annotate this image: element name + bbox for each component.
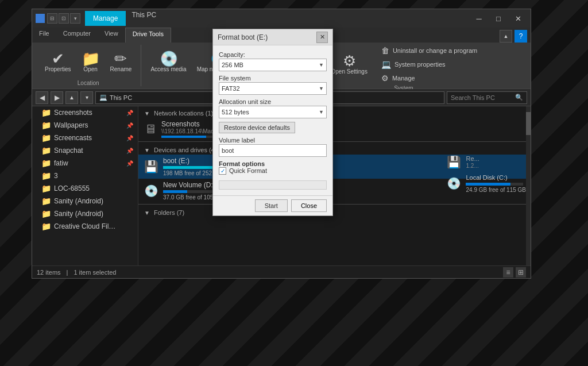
quick-format-checkbox[interactable]: ✓ <box>219 167 226 175</box>
drive-d-icon: 💿 <box>144 184 158 198</box>
view-icon-1[interactable]: ≡ <box>503 267 513 278</box>
dialog-title-bar: Format boot (E:) ✕ <box>213 29 332 45</box>
settings-icon: ⚙ <box>343 53 356 68</box>
format-options-label: Format options <box>219 160 327 167</box>
drive-boot-bar-fill <box>163 166 217 169</box>
quick-format-row: ✓ Quick Format <box>219 167 327 175</box>
allocation-label: Allocation unit size <box>219 98 327 105</box>
capacity-select[interactable]: 256 MB ▼ <box>219 59 327 71</box>
close-dialog-button[interactable]: Close <box>291 199 327 212</box>
sidebar-item-sanity2[interactable]: 📁 Sanity (Android) <box>32 207 138 220</box>
ribbon-collapse-btn[interactable]: ▲ <box>500 30 512 43</box>
window-controls: ─ □ ✕ <box>470 9 527 28</box>
tab-view[interactable]: View <box>98 28 125 43</box>
sidebar-item-wallpapers[interactable]: 📁 Wallpapers 📌 <box>32 119 138 132</box>
sidebar-item-fatiw[interactable]: 📁 fatiw 📌 <box>32 157 138 169</box>
folder-icon: 📁 <box>41 146 51 155</box>
quick-format-label: Quick Format <box>229 167 267 174</box>
sidebar-item-snapchat[interactable]: 📁 Snapchat 📌 <box>32 144 138 157</box>
ribbon-manage[interactable]: ⚙ Manage <box>379 72 479 84</box>
dropdown-arrow: ▼ <box>319 86 324 91</box>
title-bar: ⊟ ⊡ ▾ Manage This PC ─ □ ✕ <box>32 9 531 28</box>
pin-icon: 📌 <box>126 110 133 116</box>
ribbon-item-access-media[interactable]: 💿 Access media <box>147 50 189 74</box>
uninstall-icon: 🗑 <box>381 46 389 55</box>
address-pc-icon: 💻 <box>99 94 107 101</box>
properties-icon: ✔ <box>52 51 64 66</box>
title-bar-left: ⊟ ⊡ ▾ <box>36 13 80 24</box>
tab-file[interactable]: File <box>32 28 56 43</box>
access-media-icon: 💿 <box>160 51 178 66</box>
tab-computer[interactable]: Computer <box>56 28 98 43</box>
start-button[interactable]: Start <box>255 199 288 212</box>
dialog-title: Format boot (E:) <box>218 33 316 41</box>
folders-section-header[interactable]: ▼ Folders (7) <box>138 206 531 217</box>
restore-defaults-button[interactable]: Restore device defaults <box>219 122 295 133</box>
ribbon-item-properties[interactable]: ✔ Properties <box>41 50 75 74</box>
sidebar-item-screencasts[interactable]: 📁 Screencasts 📌 <box>32 132 138 144</box>
ribbon-item-open[interactable]: 📁 Open <box>78 50 103 74</box>
scroll-thumb[interactable] <box>526 112 531 135</box>
window-title: This PC <box>131 11 156 26</box>
folder-icon: 📁 <box>41 133 51 142</box>
view-icon-2[interactable]: ⊞ <box>516 267 526 278</box>
pin-icon: 📌 <box>126 122 133 129</box>
system-props-icon: 💻 <box>381 60 391 69</box>
format-options-section: Format options ✓ Quick Format <box>219 160 327 175</box>
help-btn[interactable]: ? <box>514 30 527 43</box>
ribbon-system-props[interactable]: 💻 System properties <box>379 59 479 70</box>
ribbon-uninstall[interactable]: 🗑 Uninstall or change a program <box>379 45 479 56</box>
network-bar-fill <box>161 136 206 138</box>
removable-icon: 💾 <box>447 155 461 169</box>
close-button[interactable]: ✕ <box>509 9 527 28</box>
quick-btn-2[interactable]: ⊡ <box>59 13 69 24</box>
folder-icon: 📁 <box>41 159 51 168</box>
separator: | <box>67 269 68 276</box>
filesystem-select[interactable]: FAT32 ▼ <box>219 82 327 95</box>
network-drive-icon: 🖥 <box>144 122 157 137</box>
allocation-section: Allocation unit size 512 bytes ▼ <box>219 98 327 118</box>
sidebar-item-creativecloud[interactable]: 📁 Creative Cloud Fil… <box>32 220 138 233</box>
maximize-button[interactable]: □ <box>489 9 508 28</box>
dialog-footer: Start Close <box>213 195 332 215</box>
quick-btn-1[interactable]: ⊟ <box>47 13 57 24</box>
capacity-section: Capacity: 256 MB ▼ <box>219 51 327 71</box>
local-c-info: Local Disk (C:) 24.9 GB free of 115 GB <box>466 174 526 193</box>
rename-icon: ✏ <box>114 51 127 66</box>
removable-info: Re... 1.2... <box>466 155 479 169</box>
tab-drive-tools[interactable]: Drive Tools <box>125 28 171 43</box>
volume-section: Volume label <box>219 137 327 157</box>
sidebar-item-screenshots[interactable]: 📁 Screenshots 📌 <box>32 106 138 119</box>
dialog-close-button[interactable]: ✕ <box>316 32 328 43</box>
minimize-button[interactable]: ─ <box>470 9 488 28</box>
back-button[interactable]: ◀ <box>36 91 48 104</box>
quick-btn-3[interactable]: ▾ <box>70 13 80 24</box>
right-drive-removable[interactable]: 💾 Re... 1.2... <box>447 152 526 171</box>
window-icon <box>36 14 45 23</box>
sd-icon: 💾 <box>144 160 158 174</box>
local-c-name: Local Disk (C:) <box>466 174 507 181</box>
recent-button[interactable]: ▾ <box>80 91 93 104</box>
allocation-select[interactable]: 512 bytes ▼ <box>219 106 327 118</box>
search-bar[interactable]: Search This PC 🔍 <box>447 91 527 104</box>
scrollbar[interactable] <box>526 106 531 265</box>
sidebar-item-sanity1[interactable]: 📁 Sanity (Android) <box>32 195 138 207</box>
status-icons: ≡ ⊞ <box>503 267 526 278</box>
pin-icon: 📌 <box>126 148 133 154</box>
manage-tab[interactable]: Manage <box>85 11 126 26</box>
ribbon-item-rename[interactable]: ✏ Rename <box>107 50 136 74</box>
sidebar-item-loc68555[interactable]: 📁 LOC-68555 <box>32 182 138 195</box>
forward-button[interactable]: ▶ <box>51 91 63 104</box>
dropdown-arrow: ▼ <box>319 109 324 115</box>
address-text: This PC <box>110 94 132 101</box>
drive-d-bar-fill <box>163 190 187 193</box>
capacity-label: Capacity: <box>219 51 327 58</box>
right-drive-local-c[interactable]: 💿 Local Disk (C:) 24.9 GB free of 115 GB <box>447 171 526 195</box>
ribbon-item-open-settings[interactable]: ⚙ Open Settings <box>328 52 371 76</box>
volume-input[interactable] <box>219 144 327 157</box>
ribbon-system-items: ⚙ Open Settings 🗑 Uninstall or change a … <box>328 45 480 84</box>
sidebar-item-3[interactable]: 📁 3 <box>32 169 138 182</box>
format-dialog: Format boot (E:) ✕ Capacity: 256 MB ▼ Fi… <box>212 29 333 216</box>
folder-icon: 📁 <box>41 197 51 206</box>
up-button[interactable]: ▲ <box>65 91 78 104</box>
